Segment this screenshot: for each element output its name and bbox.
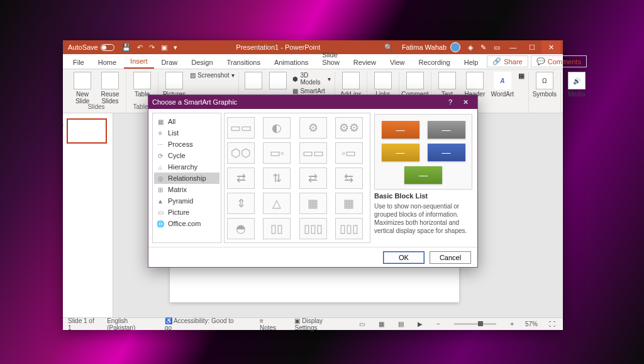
slide-thumbnail-1[interactable]: 1 — [67, 118, 107, 144]
slide-sorter-view-icon[interactable]: ▦ — [376, 321, 387, 327]
icons-button[interactable] — [267, 72, 289, 91]
gallery-item[interactable]: ▦ — [299, 193, 327, 214]
maximize-button[interactable]: ☐ — [523, 40, 541, 54]
comments-button[interactable]: 💬Comments — [531, 55, 587, 67]
gallery-item[interactable]: ⇄ — [299, 168, 327, 189]
table-button[interactable]: Table — [130, 72, 154, 98]
share-button[interactable]: 🔗Share — [487, 55, 528, 67]
tab-home[interactable]: Home — [92, 56, 123, 69]
gallery-item[interactable]: ▯▯ — [263, 218, 291, 239]
gallery-item[interactable]: ▭▭ — [227, 117, 255, 139]
slideshow-view-icon[interactable]: ▶ — [415, 321, 425, 327]
notes-button[interactable]: ≡ Notes — [257, 317, 283, 331]
category-officecom[interactable]: 🌐Office.com — [154, 218, 219, 229]
category-matrix[interactable]: ⊞Matrix — [154, 184, 219, 195]
gallery-item[interactable]: ▭◦ — [263, 142, 291, 164]
save-icon[interactable]: 💾 — [122, 43, 131, 52]
zoom-percent[interactable]: 57% — [525, 321, 538, 327]
dialog-title: Choose a SmartArt Graphic — [152, 98, 443, 106]
zoom-in-button[interactable]: + — [508, 321, 516, 327]
tab-insert[interactable]: Insert — [124, 55, 154, 69]
ok-button[interactable]: OK — [383, 251, 425, 264]
new-slide-icon — [74, 72, 91, 89]
gallery-item[interactable]: ⚙ — [299, 117, 327, 139]
tab-transitions[interactable]: Transitions — [221, 56, 267, 69]
redo-icon[interactable]: ↷ — [149, 43, 155, 52]
language[interactable]: English (Pakistan) — [107, 317, 156, 331]
symbols-button[interactable]: ΩSymbols — [533, 72, 557, 98]
category-list[interactable]: ≡List — [154, 127, 219, 139]
text-more-icon[interactable]: ▦ — [518, 72, 525, 80]
smartart-button[interactable]: ▦SmartArt — [292, 88, 330, 94]
tab-draw[interactable]: Draw — [155, 56, 184, 69]
pictures-icon — [165, 72, 183, 89]
tab-review[interactable]: Review — [347, 56, 382, 69]
gallery-item[interactable]: ◓ — [227, 218, 255, 239]
category-picture[interactable]: ▭Picture — [154, 207, 219, 218]
gallery-item[interactable]: ⇅ — [263, 168, 291, 189]
category-hierarchy[interactable]: ⌂Hierarchy — [154, 161, 219, 173]
category-relationship[interactable]: ◎Relationship — [154, 173, 219, 184]
close-button[interactable]: ✕ — [541, 40, 560, 54]
zoom-slider[interactable] — [454, 323, 496, 325]
dialog-close-button[interactable]: ✕ — [457, 98, 474, 106]
category-cycle[interactable]: ⟳Cycle — [154, 150, 219, 161]
addins-button[interactable]: Add-ins — [339, 72, 363, 98]
gallery-item[interactable]: ◐ — [263, 117, 291, 139]
user-account[interactable]: Fatima Wahab — [398, 42, 464, 52]
new-slide-button[interactable]: New Slide — [70, 72, 94, 105]
group-slides: New Slide Reuse Slides Slides — [67, 72, 126, 113]
cancel-button[interactable]: Cancel — [430, 251, 471, 264]
gallery-item[interactable]: ⇕ — [227, 193, 255, 214]
tab-view[interactable]: View — [384, 56, 411, 69]
textbox-button[interactable]: Text — [435, 72, 459, 98]
accessibility-status[interactable]: ♿ Accessibility: Good to go — [165, 317, 240, 331]
gallery-item[interactable]: ⚙⚙ — [335, 117, 363, 139]
headerfooter-button[interactable]: Header — [463, 72, 487, 98]
tab-slideshow[interactable]: Slide Show — [316, 48, 346, 69]
reuse-slides-button[interactable]: Reuse Slides — [98, 72, 122, 105]
display-settings-button[interactable]: ▣ Display Settings — [292, 317, 347, 331]
tab-file[interactable]: File — [67, 56, 91, 69]
tab-design[interactable]: Design — [185, 56, 219, 69]
category-process[interactable]: ⋯Process — [154, 139, 219, 150]
ribbon-display-icon[interactable]: ▭ — [490, 43, 504, 52]
pictures-button[interactable]: Pictures — [162, 72, 186, 98]
diamond-icon[interactable]: ◈ — [464, 43, 477, 52]
normal-view-icon[interactable]: ▭ — [357, 321, 367, 327]
comment-button[interactable]: Comment — [403, 72, 427, 98]
3d-models-button[interactable]: ⬢3D Models ▾ — [292, 72, 330, 86]
gallery-item[interactable]: ⬡⬡ — [227, 142, 255, 164]
minimize-button[interactable]: — — [504, 40, 523, 54]
category-list: ▦All ≡List ⋯Process ⟳Cycle ⌂Hierarchy ◎R… — [152, 113, 221, 243]
category-pyramid[interactable]: ▲Pyramid — [154, 195, 219, 207]
gallery-item[interactable]: ◦▭ — [335, 142, 363, 164]
search-icon[interactable]: 🔍 — [379, 43, 398, 52]
reading-view-icon[interactable]: ▤ — [396, 321, 406, 327]
tab-help[interactable]: Help — [458, 56, 485, 69]
screenshot-button[interactable]: ▧Screenshot ▾ — [190, 72, 235, 79]
dialog-help-button[interactable]: ? — [443, 98, 457, 106]
gallery-item[interactable]: ⇆ — [335, 168, 363, 189]
gallery-item[interactable]: ⇄ — [227, 168, 255, 189]
tab-animations[interactable]: Animations — [268, 56, 314, 69]
zoom-thumb[interactable] — [478, 321, 483, 326]
shapes-button[interactable] — [243, 72, 264, 91]
wordart-button[interactable]: AWordArt — [491, 72, 514, 98]
pencil-icon[interactable]: ✎ — [477, 43, 490, 52]
gallery-item[interactable]: △ — [263, 193, 291, 214]
autosave-toggle[interactable]: AutoSave — [65, 43, 117, 51]
category-all[interactable]: ▦All — [154, 116, 219, 127]
tab-recording[interactable]: Recording — [413, 56, 457, 69]
undo-icon[interactable]: ↶ — [137, 43, 143, 52]
smartart-gallery[interactable]: ▭▭ ◐ ⚙ ⚙⚙ ⬡⬡ ▭◦ ▭▭ ◦▭ ⇄ ⇅ ⇄ ⇆ ⇕ △ ▦ ▦ ◓ … — [224, 113, 370, 243]
zoom-out-button[interactable]: − — [434, 321, 443, 327]
links-button[interactable]: Links — [371, 72, 395, 98]
start-from-beginning-icon[interactable]: ▣ — [161, 43, 167, 52]
gallery-item[interactable]: ▭▭ — [299, 142, 327, 164]
gallery-item[interactable]: ▯▯▯ — [299, 218, 327, 239]
fit-to-window-icon[interactable]: ⛶ — [547, 321, 558, 327]
gallery-item[interactable]: ▦ — [335, 193, 363, 214]
gallery-item[interactable]: ▯▯▯ — [335, 218, 363, 239]
media-button[interactable]: 🔊Media — [565, 72, 589, 98]
